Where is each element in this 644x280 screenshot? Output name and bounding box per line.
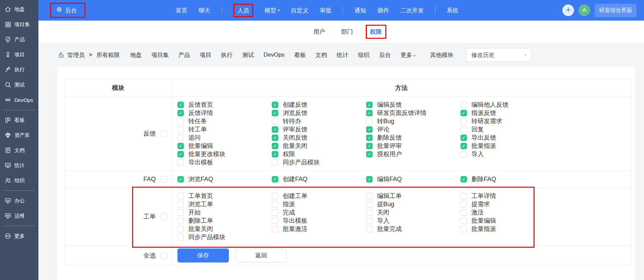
permission-checkbox[interactable]: ✓ [366,126,373,133]
sidebar-item-project[interactable]: 项目 [0,47,38,62]
permission-checkbox[interactable] [366,226,373,232]
sidebar-item-more[interactable]: 更多 [0,229,38,244]
permission-checkbox[interactable]: ✓ [460,143,467,149]
permission-checkbox[interactable] [460,218,467,224]
permission-checkbox[interactable] [272,159,278,166]
save-button[interactable]: 保存 [177,248,229,262]
sidebar-item-devops[interactable]: DevOps [0,92,38,107]
nav-item-system[interactable]: 系统 [447,7,458,14]
module-checkbox-ticket[interactable] [161,213,167,220]
breadcrumb-scope[interactable]: 所有权限 [96,51,120,59]
permission-checkbox[interactable] [366,193,373,199]
breadcrumb-module-test[interactable]: 测试 [242,51,254,59]
permission-checkbox[interactable]: ✓ [366,102,373,108]
permission-checkbox[interactable] [272,193,278,199]
sidebar-item-office[interactable]: OA办公 [0,193,38,208]
permission-checkbox[interactable]: ✓ [272,176,278,183]
permission-checkbox[interactable]: ✓ [366,110,373,116]
permission-checkbox[interactable] [177,226,184,232]
permission-checkbox[interactable] [177,209,184,216]
avatar[interactable]: A [578,4,590,16]
workspace-switch-button[interactable]: 研发综合界面 [595,4,636,17]
breadcrumb-other-modules[interactable]: 其他模块 [430,51,453,59]
sidebar-item-assets[interactable]: 资产库 [0,128,38,143]
permission-checkbox[interactable] [366,218,373,224]
sidebar-item-execution[interactable]: 执行 [0,62,38,77]
nav-item-chat[interactable]: 聊天 [199,7,210,14]
permission-checkbox[interactable] [460,118,467,125]
module-checkbox-feedback[interactable] [161,130,167,137]
nav-item-custom[interactable]: 自定义 [291,7,308,14]
permission-checkbox[interactable]: ✓ [177,151,184,158]
permission-checkbox[interactable] [177,218,184,224]
breadcrumb-module-product[interactable]: 产品 [178,51,190,59]
nav-item-notification[interactable]: 通知 [354,7,366,14]
sidebar-item-program[interactable]: 项目集 [0,17,38,32]
select-all-checkbox[interactable] [161,252,167,259]
breadcrumb-module-doc[interactable]: 文档 [315,51,327,59]
permission-checkbox[interactable] [272,226,278,232]
permission-checkbox[interactable]: ✓ [460,135,467,141]
permission-checkbox[interactable] [177,135,184,141]
permission-checkbox[interactable] [177,193,184,199]
permission-checkbox[interactable]: ✓ [460,176,467,183]
permission-checkbox[interactable] [272,218,278,224]
permission-checkbox[interactable] [272,209,278,216]
permission-checkbox[interactable]: ✓ [366,143,373,149]
sidebar-item-ops[interactable]: OPS运维 [0,208,38,223]
permission-checkbox[interactable] [460,151,467,158]
permission-checkbox[interactable] [177,118,184,125]
sidebar-item-product[interactable]: 产品 [0,32,38,47]
breadcrumb-module-dashboard[interactable]: 地盘 [130,51,142,59]
sidebar-item-kanban[interactable]: 看板 [0,113,38,128]
nav-item-home[interactable]: 首页 [176,7,187,14]
permission-checkbox[interactable]: ✓ [177,102,184,108]
permission-checkbox[interactable] [366,118,373,125]
breadcrumb-module-kanban[interactable]: 看板 [294,51,306,59]
sidebar-item-stats[interactable]: 统计 [0,158,38,173]
breadcrumb-role[interactable]: 管理员 [67,51,85,59]
permission-checkbox[interactable]: ✓ [366,135,373,141]
nav-item-plugin[interactable]: 插件 [377,7,389,14]
permission-checkbox[interactable]: ✓ [272,151,278,158]
permission-checkbox[interactable] [460,126,467,133]
nav-item-secondary-dev[interactable]: 二次开发 [400,7,424,14]
sidebar-item-org[interactable]: 组织 [0,173,38,188]
breadcrumb-module-execution[interactable]: 执行 [221,51,233,59]
permission-checkbox[interactable] [177,159,184,166]
tab-departments[interactable]: 部门 [338,26,356,38]
breadcrumb-module-org[interactable]: 组织 [358,51,370,59]
breadcrumb-module-more[interactable]: 更多▾ [400,51,415,59]
permission-checkbox[interactable] [177,234,184,241]
breadcrumb-module-admin[interactable]: 后台 [379,51,391,59]
tab-users[interactable]: 用户 [310,26,329,38]
nav-item-approval[interactable]: 审批 [320,7,331,14]
permission-checkbox[interactable] [366,209,373,216]
permission-checkbox[interactable] [272,118,278,125]
tab-privileges[interactable]: 权限 [366,25,386,39]
permission-checkbox[interactable]: ✓ [366,151,373,158]
breadcrumb-module-stats[interactable]: 统计 [337,51,348,59]
permission-checkbox[interactable] [177,201,184,208]
permission-checkbox[interactable] [177,126,184,133]
sidebar-item-test[interactable]: 测试 [0,77,38,92]
plus-button[interactable]: + [562,4,574,16]
breadcrumb-module-devops[interactable]: DevOps [264,51,284,58]
back-button[interactable]: 返回 [236,248,286,262]
permission-checkbox[interactable]: ✓ [177,176,184,183]
permission-checkbox[interactable]: ✓ [272,126,278,133]
permission-checkbox[interactable]: ✓ [272,102,278,108]
permission-checkbox[interactable] [460,226,467,232]
permission-checkbox[interactable]: ✓ [272,143,278,149]
module-checkbox-faq[interactable] [161,176,167,183]
permission-checkbox[interactable]: ✓ [272,110,278,116]
permission-checkbox[interactable]: ✓ [460,110,467,116]
nav-item-personnel[interactable]: 人员 [233,4,253,17]
permission-checkbox[interactable]: ✓ [177,143,184,149]
breadcrumb-module-project[interactable]: 项目 [200,51,211,59]
permission-checkbox[interactable]: ✓ [272,135,278,141]
sidebar-item-dashboard[interactable]: 地盘 [0,2,38,17]
nav-item-model[interactable]: 模型▾ [265,7,280,14]
permission-checkbox[interactable] [366,201,373,208]
breadcrumb-module-program[interactable]: 项目集 [151,51,169,59]
